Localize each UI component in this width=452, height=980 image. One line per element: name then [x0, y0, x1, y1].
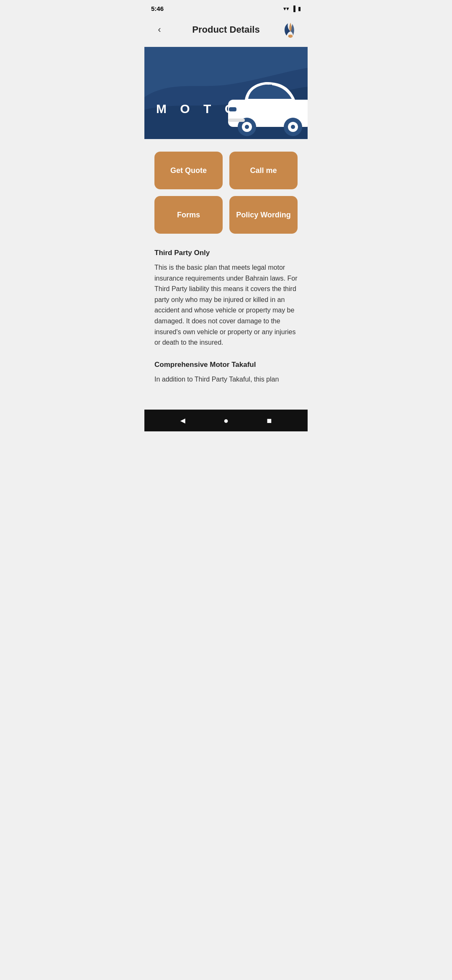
bottom-nav: ◄ ● ■ — [144, 410, 308, 431]
wifi-icon: ▾▾ — [283, 5, 289, 12]
signal-icon: ▐ — [292, 5, 295, 12]
nav-back-button[interactable]: ◄ — [174, 413, 192, 428]
svg-point-9 — [291, 125, 295, 129]
section-2: Comprehensive Motor Takaful In addition … — [154, 361, 298, 385]
svg-point-0 — [288, 35, 293, 38]
page-title: Product Details — [192, 24, 259, 35]
back-button[interactable]: ‹ — [151, 21, 168, 38]
call-me-button[interactable]: Call me — [229, 152, 298, 189]
company-logo-icon — [281, 20, 300, 39]
content-section: Third Party Only This is the basic plan … — [144, 242, 308, 410]
status-bar: 5:46 ▾▾ ▐ ▮ — [144, 0, 308, 15]
svg-point-8 — [245, 125, 249, 129]
section-1: Third Party Only This is the basic plan … — [154, 249, 298, 348]
nav-back-icon: ◄ — [179, 416, 187, 426]
battery-icon: ▮ — [298, 5, 301, 12]
forms-button[interactable]: Forms — [154, 196, 223, 234]
nav-recents-icon: ■ — [267, 416, 272, 426]
section-2-body: In addition to Third Party Takaful, this… — [154, 374, 298, 385]
section-2-title: Comprehensive Motor Takaful — [154, 361, 298, 369]
svg-rect-3 — [269, 85, 272, 99]
nav-home-icon: ● — [223, 416, 229, 426]
header: ‹ Product Details — [144, 15, 308, 47]
section-1-title: Third Party Only — [154, 249, 298, 257]
car-silhouette-icon — [224, 70, 308, 137]
section-1-body: This is the basic plan that meets legal … — [154, 262, 298, 348]
nav-recents-button[interactable]: ■ — [260, 413, 278, 428]
status-icons: ▾▾ ▐ ▮ — [283, 5, 301, 12]
product-banner: M O T O R — [144, 47, 308, 139]
back-icon: ‹ — [158, 24, 161, 35]
get-quote-button[interactable]: Get Quote — [154, 152, 223, 189]
action-buttons-grid: Get Quote Call me Forms Policy Wording — [144, 139, 308, 242]
svg-rect-11 — [228, 119, 245, 122]
car-icon — [224, 70, 308, 139]
svg-rect-10 — [229, 107, 236, 111]
nav-home-button[interactable]: ● — [217, 413, 235, 428]
status-time: 5:46 — [151, 5, 164, 12]
logo — [280, 19, 301, 40]
policy-wording-button[interactable]: Policy Wording — [229, 196, 298, 234]
